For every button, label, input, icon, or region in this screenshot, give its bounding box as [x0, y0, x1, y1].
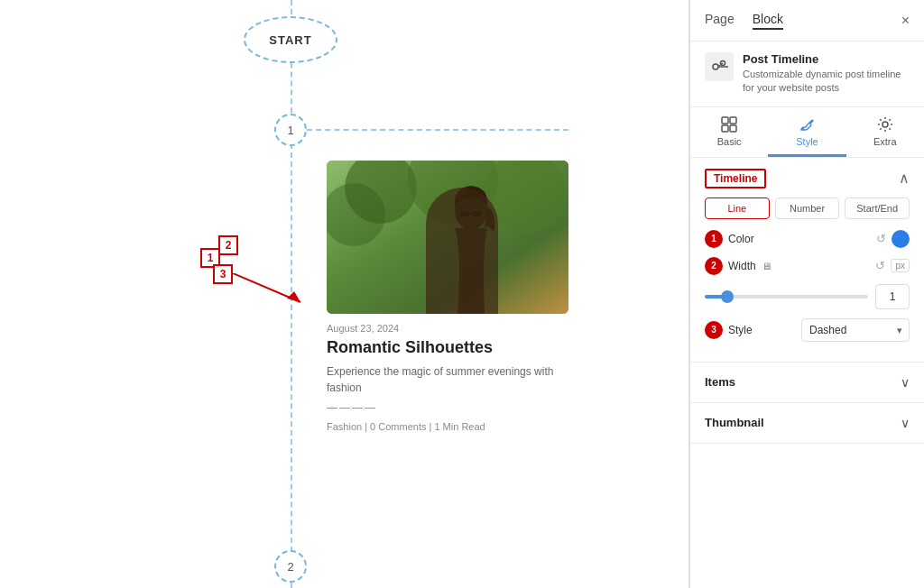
node1-label: 1: [287, 124, 293, 137]
svg-rect-16: [730, 117, 736, 124]
post-meta: Fashion | 0 Comments | 1 Min Read: [327, 421, 570, 432]
style-label-text: Style: [728, 324, 753, 336]
timeline-horizontal-line: [307, 129, 568, 131]
tab-page[interactable]: Page: [705, 12, 735, 30]
thumbnail-chevron-icon: ∨: [901, 416, 910, 430]
svg-rect-17: [722, 125, 728, 132]
color-controls: ↺: [876, 230, 910, 248]
slider-value[interactable]: 1: [875, 284, 910, 309]
close-button[interactable]: ×: [901, 13, 910, 29]
thumbnail-title: Thumbnail: [705, 416, 764, 429]
color-label: 1 Color: [705, 230, 754, 248]
svg-point-20: [882, 122, 888, 127]
subtab-startend[interactable]: Start/End: [845, 198, 910, 219]
post-divider: ————: [327, 401, 570, 414]
post-excerpt: Experience the magic of summer evenings …: [327, 363, 570, 396]
slider-row: 1: [705, 284, 910, 309]
style-badge: 3: [705, 321, 723, 339]
post-image: [327, 161, 568, 314]
timeline-node-1: 1: [274, 114, 307, 146]
plugin-text: Post Timeline Customizable dynamic post …: [743, 52, 910, 96]
device-icon: 🖥: [762, 261, 772, 271]
subtab-row: Line Number Start/End: [705, 198, 910, 219]
annotation-arrow: [233, 273, 314, 313]
width-label-text: Width: [728, 260, 756, 272]
plugin-info: Post Timeline Customizable dynamic post …: [690, 41, 924, 107]
width-unit: px: [891, 259, 910, 272]
subtab-line[interactable]: Line: [705, 198, 770, 219]
thumbnail-section[interactable]: Thumbnail ∨: [690, 403, 924, 444]
style-control-row: 3 Style Solid Dashed Dotted Double: [705, 318, 910, 342]
color-reset-icon[interactable]: ↺: [876, 232, 886, 245]
tab-block[interactable]: Block: [753, 12, 783, 30]
svg-rect-18: [730, 125, 736, 132]
svg-rect-7: [472, 211, 481, 216]
color-badge: 1: [705, 230, 723, 248]
tab-style[interactable]: Style: [768, 107, 845, 157]
timeline-node-2: 2: [274, 550, 307, 583]
width-reset-icon[interactable]: ↺: [875, 259, 885, 272]
tab-extra-label: Extra: [873, 136, 897, 147]
post-card: August 23, 2024 Romantic Silhouettes Exp…: [327, 161, 570, 432]
svg-point-19: [802, 127, 805, 130]
width-controls: ↺ px: [875, 259, 910, 272]
color-control-row: 1 Color ↺: [705, 230, 910, 248]
items-title: Items: [705, 375, 735, 389]
gear-icon: [877, 116, 893, 133]
svg-rect-6: [460, 211, 469, 216]
items-chevron-icon: ∨: [901, 375, 910, 390]
width-badge: 2: [705, 257, 723, 275]
plugin-name: Post Timeline: [743, 52, 910, 66]
tab-style-label: Style: [796, 136, 818, 147]
tab-basic[interactable]: Basic: [690, 107, 768, 157]
svg-rect-15: [722, 117, 728, 124]
canvas-area: START 1: [0, 0, 688, 588]
grid-icon: [721, 116, 737, 133]
color-picker[interactable]: [892, 230, 910, 248]
timeline-section: Timeline ∧ Line Number Start/End 1 Color…: [690, 158, 924, 363]
start-label: START: [269, 33, 311, 47]
svg-marker-10: [287, 291, 300, 302]
section-header: Timeline ∧: [705, 169, 910, 188]
slider-thumb[interactable]: [721, 290, 734, 303]
paintbrush-icon: [799, 116, 815, 133]
annotation-box-3: 3: [213, 264, 233, 284]
style-select[interactable]: Solid Dashed Dotted Double: [801, 318, 910, 342]
width-label: 2 Width 🖥: [705, 257, 772, 275]
post-title: Romantic Silhouettes: [327, 337, 570, 358]
style-select-wrapper: Solid Dashed Dotted Double: [801, 318, 910, 342]
plugin-icon: [705, 52, 734, 81]
width-control-row: 2 Width 🖥 ↺ px: [705, 257, 910, 275]
tab-basic-label: Basic: [717, 136, 742, 147]
style-label: 3 Style: [705, 321, 753, 339]
node2-label: 2: [287, 560, 293, 574]
width-label-row: Width 🖥: [728, 260, 772, 272]
timeline-start-circle: START: [244, 16, 337, 63]
svg-point-11: [713, 64, 718, 69]
color-label-text: Color: [728, 233, 754, 245]
svg-point-5: [455, 190, 487, 230]
post-date: August 23, 2024: [327, 323, 570, 334]
timeline-badge: Timeline: [705, 169, 766, 188]
right-panel: Page Block × Post Timeline Customizable …: [689, 0, 924, 588]
subtab-number[interactable]: Number: [775, 198, 840, 219]
timeline-toggle[interactable]: ∧: [899, 170, 910, 187]
annotation-box-2: 2: [218, 235, 238, 255]
plugin-description: Customizable dynamic post timeline for y…: [743, 68, 910, 96]
tab-extra[interactable]: Extra: [846, 107, 924, 157]
items-section[interactable]: Items ∨: [690, 363, 924, 403]
panel-header: Page Block ×: [690, 0, 924, 41]
tab-icons-row: Basic Style Extra: [690, 107, 924, 158]
panel-tabs: Page Block: [705, 12, 783, 30]
width-slider-track[interactable]: [705, 295, 868, 299]
